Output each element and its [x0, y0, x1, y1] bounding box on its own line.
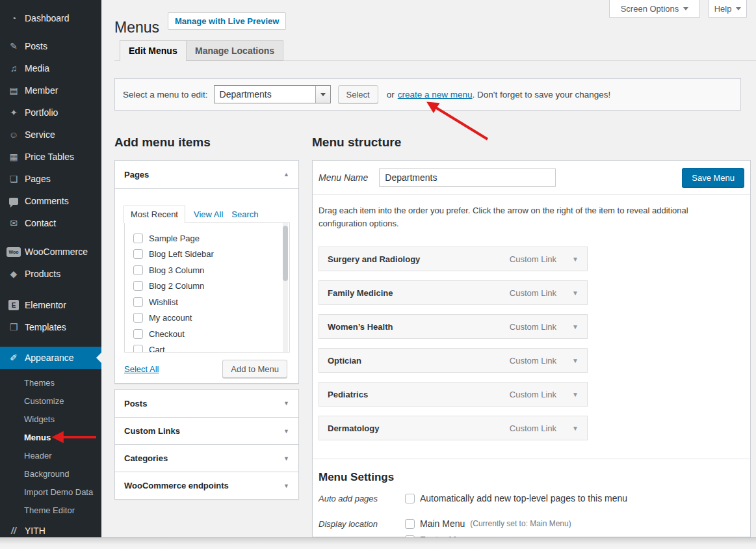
select-button[interactable]: Select [338, 85, 378, 103]
accordion-title: Posts [124, 399, 147, 408]
tab-edit-menus[interactable]: Edit Menus [120, 40, 187, 61]
submenu-item-header[interactable]: Header [0, 447, 101, 465]
list-item: My account [125, 310, 289, 327]
sidebar-item-media[interactable]: ♫ Media [0, 57, 101, 79]
auto-add-pages-label: Auto add pages [319, 493, 405, 509]
or-text: or [387, 90, 395, 100]
expand-arrow-icon[interactable]: ▼ [572, 289, 579, 297]
folder-icon: ❒ [7, 322, 21, 332]
scrollbar-thumb[interactable] [283, 226, 288, 281]
expand-arrow-icon[interactable]: ▼ [572, 323, 579, 330]
collapse-arrow-icon[interactable]: ▲ [283, 171, 289, 178]
help-button[interactable]: Help [709, 0, 747, 18]
accordion-custom-links[interactable]: Custom Links ▼ [115, 417, 298, 444]
menu-item-womens-health[interactable]: Women’s Health Custom Link ▼ [319, 314, 588, 339]
accordion-title: WooCommerce endpoints [124, 481, 229, 490]
accordion-posts[interactable]: Posts ▼ [115, 390, 298, 417]
sidebar-item-price-tables[interactable]: ▦ Price Tables [0, 146, 101, 168]
submenu-item-themes[interactable]: Themes [0, 374, 101, 392]
sidebar-item-pages[interactable]: ❏ Pages [0, 168, 101, 190]
sidebar-item-member[interactable]: ▤ Member [0, 79, 101, 101]
checkbox-main-menu[interactable] [405, 519, 415, 529]
screen-options-button[interactable]: Screen Options [609, 0, 700, 18]
menu-item-title: Women’s Health [328, 322, 393, 332]
sidebar-item-contact[interactable]: ✉ Contact [0, 212, 101, 234]
sidebar-item-products[interactable]: ◆ Products [0, 263, 101, 285]
menu-name-input[interactable] [379, 168, 556, 187]
sidebar-item-posts[interactable]: ✎ Posts [0, 35, 101, 57]
list-item: Blog 3 Column [125, 262, 289, 278]
page-label: My account [149, 313, 192, 323]
tab-view-all[interactable]: View All [194, 209, 223, 223]
accordion-woocommerce-endpoints[interactable]: WooCommerce endpoints ▼ [115, 472, 298, 499]
sidebar-label: Templates [25, 322, 66, 332]
sidebar-label: Service [25, 129, 55, 140]
submenu-item-background[interactable]: Background [0, 465, 101, 483]
menu-item-family-medicine[interactable]: Family Medicine Custom Link ▼ [319, 280, 588, 305]
menu-item-type: Custom Link [510, 423, 556, 433]
sidebar-item-portfolio[interactable]: ✦ Portfolio [0, 101, 101, 124]
add-to-menu-button[interactable]: Add to Menu [222, 360, 287, 378]
pages-checklist: Sample Page Blog Left Sidebar Blog 3 Col… [124, 222, 290, 353]
sidebar-label: Elementor [25, 300, 66, 310]
accordion-title: Custom Links [124, 426, 180, 436]
menu-item-type: Custom Link [510, 322, 556, 332]
submenu-item-import-demo-data[interactable]: Import Demo Data [0, 483, 101, 502]
drag-instructions-text: Drag each item into the order you prefer… [319, 204, 711, 230]
sidebar-label: Dashboard [25, 13, 70, 23]
checkbox-my-account[interactable] [133, 313, 143, 323]
sidebar-item-dashboard[interactable]: ◔ Dashboard [0, 7, 101, 29]
submenu-item-menus[interactable]: Menus [0, 429, 101, 447]
create-new-menu-link[interactable]: create a new menu [398, 90, 473, 100]
menu-select-dropdown[interactable]: Departments [214, 85, 331, 103]
tab-most-recent[interactable]: Most Recent [124, 206, 185, 223]
select-all-link[interactable]: Select All [124, 364, 159, 374]
sidebar-item-woocommerce[interactable]: Woo WooCommerce [0, 241, 101, 263]
menu-item-dermatology[interactable]: Dermatology Custom Link ▼ [319, 416, 588, 440]
page-label: Cart [149, 345, 165, 353]
menu-item-surgery-and-radiology[interactable]: Surgery and Radiology Custom Link ▼ [319, 247, 588, 271]
tab-search[interactable]: Search [231, 209, 258, 223]
accordion-categories[interactable]: Categories ▼ [115, 444, 298, 472]
main-menu-note: (Currently set to: Main Menu) [470, 519, 571, 528]
checkbox-sample-page[interactable] [133, 234, 143, 243]
submenu-item-widgets[interactable]: Widgets [0, 410, 101, 429]
sidebar-item-elementor[interactable]: E Elementor [0, 294, 101, 316]
elementor-icon: E [7, 300, 21, 310]
checkbox-cart[interactable] [133, 345, 143, 353]
menu-item-type: Custom Link [510, 390, 556, 399]
checkbox-auto-add-pages[interactable] [405, 494, 415, 503]
sidebar-item-comments[interactable]: Comments [0, 190, 101, 212]
expand-arrow-icon[interactable]: ▼ [572, 425, 579, 432]
menu-structure-panel: Menu Name Save Menu Drag each item into … [312, 160, 751, 537]
list-item: Blog 2 Column [125, 278, 289, 295]
page-label: Checkout [149, 329, 185, 339]
menu-item-pediatrics[interactable]: Pediatrics Custom Link ▼ [319, 382, 588, 407]
page-label: Sample Page [149, 234, 200, 243]
scrollbar-track[interactable] [283, 223, 288, 352]
list-item: Blog Left Sidebar [125, 247, 289, 263]
screen-options-label: Screen Options [621, 4, 679, 14]
pages-tabs: Most Recent View All Search [124, 206, 258, 223]
submenu-item-theme-editor[interactable]: Theme Editor [0, 502, 101, 520]
expand-arrow-icon[interactable]: ▼ [572, 357, 579, 364]
submenu-item-customize[interactable]: Customize [0, 392, 101, 410]
expand-arrow-icon[interactable]: ▼ [572, 256, 579, 263]
checkbox-blog-left-sidebar[interactable] [133, 249, 143, 259]
select-menu-bar: Select a menu to edit: Departments Selec… [114, 78, 741, 111]
pages-accordion-header[interactable]: Pages ▲ [115, 161, 298, 189]
sidebar-item-service[interactable]: ☺ Service [0, 124, 101, 146]
checkbox-blog-3-column[interactable] [133, 265, 143, 275]
page-label: Wishlist [149, 297, 178, 307]
checkbox-blog-2-column[interactable] [133, 281, 143, 291]
pages-metabox: Pages ▲ Most Recent View All Search Samp… [114, 160, 299, 384]
tab-manage-locations[interactable]: Manage Locations [186, 40, 283, 60]
expand-arrow-icon[interactable]: ▼ [572, 391, 579, 398]
menu-item-optician[interactable]: Optician Custom Link ▼ [319, 348, 588, 373]
manage-live-preview-button[interactable]: Manage with Live Preview [168, 12, 286, 30]
sidebar-item-appearance[interactable]: ✐ Appearance [0, 347, 101, 369]
sidebar-item-templates[interactable]: ❒ Templates [0, 316, 101, 338]
save-menu-button[interactable]: Save Menu [682, 168, 744, 187]
checkbox-wishlist[interactable] [133, 297, 143, 307]
checkbox-checkout[interactable] [133, 329, 143, 339]
